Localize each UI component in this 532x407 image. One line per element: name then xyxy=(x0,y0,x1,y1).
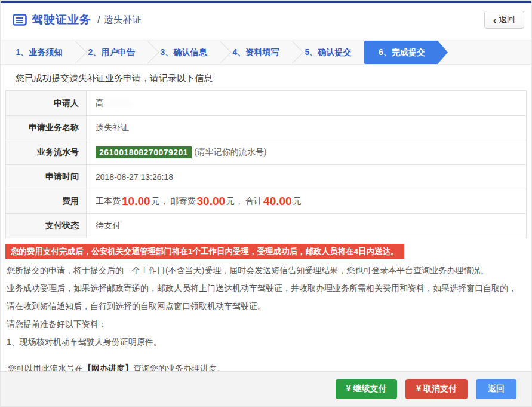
serial-number-label: 业务流水号 xyxy=(6,140,87,164)
header-back-label: 返回 xyxy=(499,14,515,25)
table-row-business-name: 申请业务名称 遗失补证 xyxy=(6,115,526,140)
fee-item2-label: 邮寄费 xyxy=(171,196,196,207)
application-info-table: 申请人 高 申请业务名称 遗失补证 业务流水号 2610018082700792… xyxy=(5,90,527,238)
table-row-apply-time: 申请时间 2018-08-27 13:26:18 xyxy=(6,164,526,189)
success-message: 您已成功提交遗失补证业务申请，请记录以下信息 xyxy=(5,73,527,84)
serial-number-note: (请牢记你的流水号) xyxy=(194,147,266,158)
instruction-paragraph: 您所提交的申请，将于提交后的一个工作日(不含当天)受理，届时会发送短信告知受理结… xyxy=(7,261,521,279)
fee-item1-label: 工本费 xyxy=(96,196,121,207)
action-footer: ¥ 继续支付 ¥ 取消支付 返回 xyxy=(1,371,531,406)
page-header: 驾驶证业务 / 遗失补证 ‹ 返回 xyxy=(1,3,531,36)
chevron-left-icon: ‹ xyxy=(493,15,496,25)
license-list-icon xyxy=(13,14,27,26)
step-3-confirm-info: 3、确认信息 xyxy=(147,41,220,64)
breadcrumb-separator: / xyxy=(97,14,100,26)
apply-time-value: 2018-08-27 13:26:18 xyxy=(87,165,526,189)
header-back-button[interactable]: ‹ 返回 xyxy=(484,11,524,29)
fee-total-label: 合计 xyxy=(245,196,262,207)
breadcrumb-current: 遗失补证 xyxy=(104,14,142,26)
payment-notice-banner: 您的费用支付完成后，公安机关交通管理部门将在1个工作日内受理，受理成功后，邮政人… xyxy=(5,244,404,259)
fee-total-amount: 40.00 xyxy=(263,195,292,208)
return-button[interactable]: 返回 xyxy=(476,379,516,399)
payment-status-label: 支付状态 xyxy=(6,214,87,238)
instruction-paragraph: 请您提前准备好以下资料： xyxy=(7,315,521,333)
page-title: 驾驶证业务 xyxy=(32,12,91,27)
table-row-payment-status: 支付状态 待支付 xyxy=(6,213,526,238)
fee-item1-amount: 10.00 xyxy=(122,195,150,208)
fee-label: 费用 xyxy=(6,189,87,213)
payment-status-value: 待支付 xyxy=(87,214,526,238)
table-row-serial-number: 业务流水号 261001808270079201 (请牢记你的流水号) xyxy=(6,140,526,164)
main-content: 您已成功提交遗失补证业务申请，请记录以下信息 申请人 高 申请业务名称 遗失补证… xyxy=(1,65,531,377)
step-progress-bar: 1、业务须知 2、用户申告 3、确认信息 4、资料填写 5、确认提交 6、完成提… xyxy=(1,40,531,65)
table-row-fee: 费用 工本费 10.00 元 ， 邮寄费 30.00 元 ， 合计 40.00 … xyxy=(6,189,526,213)
step-6-complete-submit: 6、完成提交 xyxy=(364,41,448,64)
fee-total-unit: 元 xyxy=(293,196,302,207)
business-name-value: 遗失补证 xyxy=(87,116,526,140)
fee-item2-unit: 元 xyxy=(226,196,235,207)
applicant-label: 申请人 xyxy=(6,91,87,115)
instructions: 您所提交的申请，将于提交后的一个工作日(不含当天)受理，届时会发送短信告知受理结… xyxy=(5,260,527,377)
fee-item2-amount: 30.00 xyxy=(197,195,226,208)
step-5-confirm-submit: 5、确认提交 xyxy=(292,41,364,64)
applicant-value: 高 xyxy=(87,91,526,115)
cancel-payment-button[interactable]: ¥ 取消支付 xyxy=(405,379,468,399)
serial-number-badge: 261001808270079201 xyxy=(96,146,192,158)
instruction-paragraph: 1、现场核对机动车驾驶人身份证明原件。 xyxy=(7,333,521,351)
continue-payment-button[interactable]: ¥ 继续支付 xyxy=(336,379,398,399)
serial-number-value: 261001808270079201 (请牢记你的流水号) xyxy=(87,140,526,164)
instruction-paragraph: 业务成功受理后，如果选择邮政寄递的，邮政人员将上门送达机动车驾驶证，并收取办理业… xyxy=(7,279,521,315)
business-name-label: 申请业务名称 xyxy=(6,116,87,140)
table-row-applicant: 申请人 高 xyxy=(6,91,526,115)
step-2-user-declaration: 2、用户申告 xyxy=(75,41,147,64)
step-4-fill-materials: 4、资料填写 xyxy=(220,41,292,64)
step-1-business-notice: 1、业务须知 xyxy=(3,41,75,64)
fee-value: 工本费 10.00 元 ， 邮寄费 30.00 元 ， 合计 40.00 元 xyxy=(87,189,526,213)
fee-item1-unit: 元 xyxy=(152,196,160,207)
apply-time-label: 申请时间 xyxy=(6,165,87,189)
redaction-blur xyxy=(100,99,135,110)
